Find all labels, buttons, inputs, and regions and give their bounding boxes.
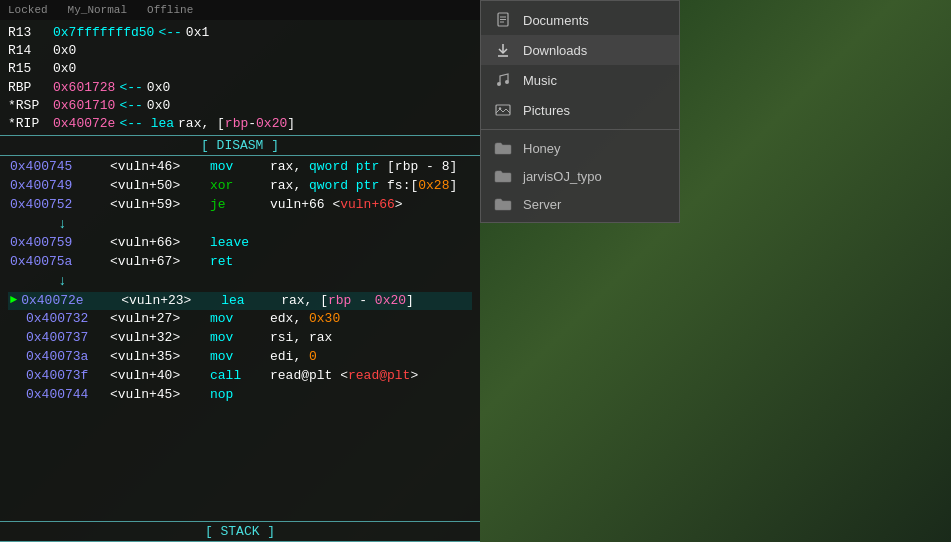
asm-0x400752: 0x400752 <vuln+59> je vuln+66 <vuln+66> <box>8 196 472 215</box>
disasm-header: [ DISASM ] <box>0 135 480 156</box>
dropdown-panel: Documents Downloads Music <box>480 0 680 223</box>
server-label: Server <box>523 197 561 212</box>
honey-label: Honey <box>523 141 561 156</box>
status-bar: Locked My_Normal Offline <box>0 0 480 20</box>
status-offline: Offline <box>147 4 193 16</box>
documents-label: Documents <box>523 13 589 28</box>
jarvisoj-label: jarvisOJ_typo <box>523 169 602 184</box>
status-locked: Locked <box>8 4 48 16</box>
reg-rbp: RBP 0x601728 <-- 0x0 <box>8 79 472 97</box>
asm-0x40075a: 0x40075a <vuln+67> ret <box>8 253 472 272</box>
asm-0x40072e-current: ► 0x40072e <vuln+23> lea rax, [rbp - 0x2… <box>8 292 472 311</box>
reg-r14: R14 0x0 <box>8 42 472 60</box>
arrow-down-1: ↓ <box>8 215 472 235</box>
dropdown-item-documents[interactable]: Documents <box>481 5 679 35</box>
asm-0x400744: 0x400744 <vuln+45> nop <box>8 386 472 405</box>
asm-0x400745: 0x400745 <vuln+46> mov rax, qword ptr [r… <box>8 158 472 177</box>
asm-0x400759: 0x400759 <vuln+66> leave <box>8 234 472 253</box>
reg-r15: R15 0x0 <box>8 60 472 78</box>
status-normal: My_Normal <box>68 4 127 16</box>
music-icon <box>493 70 513 90</box>
svg-point-7 <box>505 80 509 84</box>
honey-folder-icon <box>493 138 513 158</box>
svg-point-6 <box>497 82 501 86</box>
arrow-down-2: ↓ <box>8 272 472 292</box>
asm-0x400732: 0x400732 <vuln+27> mov edx, 0x30 <box>8 310 472 329</box>
reg-rip: *RIP 0x40072e <-- lea rax, [rbp - 0x20] <box>8 115 472 133</box>
asm-0x40073f: 0x40073f <vuln+40> call read@plt <read@p… <box>8 367 472 386</box>
dropdown-separator <box>481 129 679 130</box>
downloads-label: Downloads <box>523 43 587 58</box>
dropdown-item-music[interactable]: Music <box>481 65 679 95</box>
reg-rsp: *RSP 0x601710 <-- 0x0 <box>8 97 472 115</box>
debugger-panel: Locked My_Normal Offline R13 0x7fffffffd… <box>0 0 480 542</box>
dropdown-item-pictures[interactable]: Pictures <box>481 95 679 125</box>
pictures-icon <box>493 100 513 120</box>
folder-item-honey[interactable]: Honey <box>481 134 679 162</box>
asm-0x400749: 0x400749 <vuln+50> xor rax, qword ptr fs… <box>8 177 472 196</box>
asm-0x400737: 0x400737 <vuln+32> mov rsi, rax <box>8 329 472 348</box>
downloads-icon <box>493 40 513 60</box>
asm-0x40073a: 0x40073a <vuln+35> mov edi, 0 <box>8 348 472 367</box>
registers-section: R13 0x7fffffffd50 <-- 0x1 R14 0x0 R15 0x… <box>0 22 480 135</box>
stack-header: [ STACK ] <box>0 521 480 542</box>
disasm-section: 0x400745 <vuln+46> mov rax, qword ptr [r… <box>0 156 480 406</box>
pictures-label: Pictures <box>523 103 570 118</box>
music-label: Music <box>523 73 557 88</box>
reg-r13: R13 0x7fffffffd50 <-- 0x1 <box>8 24 472 42</box>
dropdown-item-downloads[interactable]: Downloads <box>481 35 679 65</box>
server-folder-icon <box>493 194 513 214</box>
svg-rect-8 <box>496 105 510 115</box>
folder-item-server[interactable]: Server <box>481 190 679 218</box>
folder-item-jarvisoj-typo[interactable]: jarvisOJ_typo <box>481 162 679 190</box>
jarvisoj-folder-icon <box>493 166 513 186</box>
documents-icon <box>493 10 513 30</box>
